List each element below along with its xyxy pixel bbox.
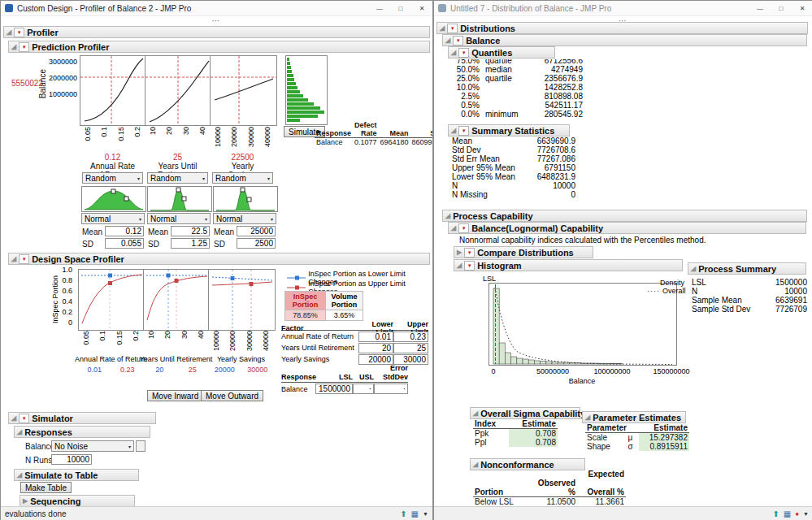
disclosure-icon[interactable]: ◢ xyxy=(451,50,456,56)
mean-input[interactable]: 0.12 xyxy=(105,226,144,236)
sd-input[interactable]: 1.25 xyxy=(171,238,210,249)
disclosure-icon[interactable]: ◢ xyxy=(473,462,478,468)
grid-icon[interactable]: ▦ xyxy=(784,510,791,518)
red-triangle-menu-icon[interactable]: ▼ xyxy=(447,24,458,33)
up-arrow-icon[interactable]: ⬆ xyxy=(400,510,406,518)
window-controls: — □ ✕ xyxy=(369,1,432,15)
caret-icon[interactable]: ▼ xyxy=(423,511,428,517)
prediction-profiler-header: ◢ ▼ Prediction Profiler xyxy=(8,41,430,53)
design-space-plot-years[interactable] xyxy=(143,269,211,331)
inspec-volume-table: InSpec Portion Volume Portion 78.85% 3.6… xyxy=(284,291,363,321)
close-button[interactable]: ✕ xyxy=(792,1,812,15)
x-tick: 30 xyxy=(180,331,189,339)
noise-options-button[interactable] xyxy=(136,440,145,452)
section-title: Overall Sigma Capability xyxy=(480,409,585,418)
move-inward-button[interactable]: Move Inward xyxy=(147,390,203,401)
lsl-input[interactable]: 1500000 xyxy=(315,384,353,394)
disclosure-icon[interactable]: ◢ xyxy=(11,44,16,50)
upper-limit-input[interactable]: 30000 xyxy=(393,354,428,365)
disclosure-icon[interactable]: ◢ xyxy=(445,37,450,44)
normal-dropdown-years[interactable]: Normal▾ xyxy=(147,213,211,224)
prediction-plot-annual-rate[interactable] xyxy=(80,55,147,126)
red-triangle-menu-icon[interactable]: ▼ xyxy=(464,248,475,258)
maximize-button[interactable]: □ xyxy=(771,1,792,15)
col-header: Response xyxy=(315,129,353,138)
col-header: USL xyxy=(353,373,374,381)
red-triangle-menu-icon[interactable]: ▼ xyxy=(458,223,469,233)
mean-input[interactable]: 22.5 xyxy=(171,226,210,236)
simulation-histogram[interactable] xyxy=(285,55,328,125)
disclosure-icon[interactable]: ◢ xyxy=(11,415,16,422)
usl-input[interactable]: · xyxy=(353,384,374,394)
red-triangle-menu-icon[interactable]: ▼ xyxy=(458,48,469,58)
section-title: Simulator xyxy=(32,414,73,423)
caret-icon[interactable]: ▼ xyxy=(803,511,809,517)
cell: σ xyxy=(626,442,639,451)
minimize-button[interactable]: — xyxy=(369,1,390,15)
random-dropdown-years[interactable]: Random▾ xyxy=(147,172,208,184)
record-icon[interactable]: ● xyxy=(795,511,799,518)
red-triangle-menu-icon[interactable]: ▼ xyxy=(19,414,29,423)
section-title: Process Summary xyxy=(698,264,776,274)
n-runs-input[interactable]: 10000 xyxy=(51,454,92,465)
prediction-plot-savings[interactable] xyxy=(210,55,277,126)
capability-histogram[interactable] xyxy=(489,283,677,366)
disclosure-icon[interactable]: ▶ xyxy=(457,249,462,256)
upper-limit-input[interactable]: 25 xyxy=(393,343,428,353)
y-tick: 3000000 xyxy=(45,58,77,66)
y-tick: 0.4 xyxy=(58,297,72,306)
error-stddev-input[interactable]: · xyxy=(374,384,408,394)
up-arrow-icon[interactable]: ⬆ xyxy=(772,510,779,518)
minimize-button[interactable]: — xyxy=(749,1,771,15)
design-space-plot-savings[interactable] xyxy=(208,269,276,331)
red-triangle-menu-icon[interactable]: ▼ xyxy=(453,36,463,46)
density-plot-savings[interactable] xyxy=(213,186,278,212)
normal-dropdown-annual-rate[interactable]: Normal▾ xyxy=(81,213,145,224)
prediction-plot-years[interactable] xyxy=(145,55,212,126)
sd-input[interactable]: 0.055 xyxy=(105,238,144,249)
red-triangle-menu-icon[interactable]: ▼ xyxy=(19,42,29,52)
density-plot-annual-rate[interactable] xyxy=(81,186,146,212)
disclosure-icon[interactable]: ◢ xyxy=(451,225,456,232)
red-triangle-menu-icon[interactable]: ▼ xyxy=(464,261,475,271)
upper-limit-input[interactable]: 0.23 xyxy=(393,332,428,342)
red-triangle-menu-icon[interactable]: ▼ xyxy=(458,126,469,136)
mean-input[interactable]: 25000 xyxy=(237,226,276,236)
design-space-plot-annual-rate[interactable] xyxy=(78,269,145,331)
lower-limit-input[interactable]: 0.01 xyxy=(358,332,393,342)
disclosure-icon[interactable]: ◢ xyxy=(691,266,696,272)
disclosure-icon[interactable]: ▶ xyxy=(23,498,28,505)
make-table-button[interactable]: Make Table xyxy=(20,482,72,493)
move-outward-button[interactable]: Move Outward xyxy=(201,390,263,401)
cell: μ xyxy=(626,433,639,443)
close-button[interactable]: ✕ xyxy=(411,1,432,15)
toolbar-dots[interactable]: ⋯ xyxy=(212,16,222,25)
lower-limit-input[interactable]: 20 xyxy=(358,343,393,353)
disclosure-icon[interactable]: ◢ xyxy=(457,262,462,269)
density-plot-years[interactable] xyxy=(147,186,212,212)
maximize-button[interactable]: □ xyxy=(390,1,411,15)
quantile-row: 0.5%542511.17 xyxy=(452,101,586,110)
section-title: Responses xyxy=(24,427,72,437)
disclosure-icon[interactable]: ◢ xyxy=(17,429,22,436)
lognormal-capability-header: ◢ ▼ Balance(Lognormal) Capability xyxy=(448,222,806,234)
grid-icon[interactable]: ▦ xyxy=(411,510,419,518)
normal-dropdown-savings[interactable]: Normal▾ xyxy=(213,213,276,224)
disclosure-icon[interactable]: ◢ xyxy=(7,29,11,36)
disclosure-icon[interactable]: ◢ xyxy=(11,256,16,262)
sd-input[interactable]: 2500 xyxy=(237,238,276,249)
disclosure-icon[interactable]: ◢ xyxy=(17,472,22,479)
red-triangle-menu-icon[interactable]: ▼ xyxy=(19,254,29,264)
disclosure-icon[interactable]: ◢ xyxy=(451,128,456,134)
disclosure-icon[interactable]: ◢ xyxy=(445,213,450,219)
red-triangle-menu-icon[interactable]: ▼ xyxy=(14,28,24,37)
noise-dropdown[interactable]: No Noise▾ xyxy=(51,440,134,452)
random-dropdown-annual-rate[interactable]: Random▾ xyxy=(82,172,143,184)
disclosure-icon[interactable]: ◢ xyxy=(440,25,445,32)
cell: Balance xyxy=(315,138,353,147)
lower-limit-input[interactable]: 20000 xyxy=(358,354,393,365)
random-dropdown-savings[interactable]: Random▾ xyxy=(212,172,273,184)
col-header: Overall % xyxy=(577,479,626,497)
disclosure-icon[interactable]: ◢ xyxy=(585,414,590,421)
disclosure-icon[interactable]: ◢ xyxy=(473,410,478,417)
